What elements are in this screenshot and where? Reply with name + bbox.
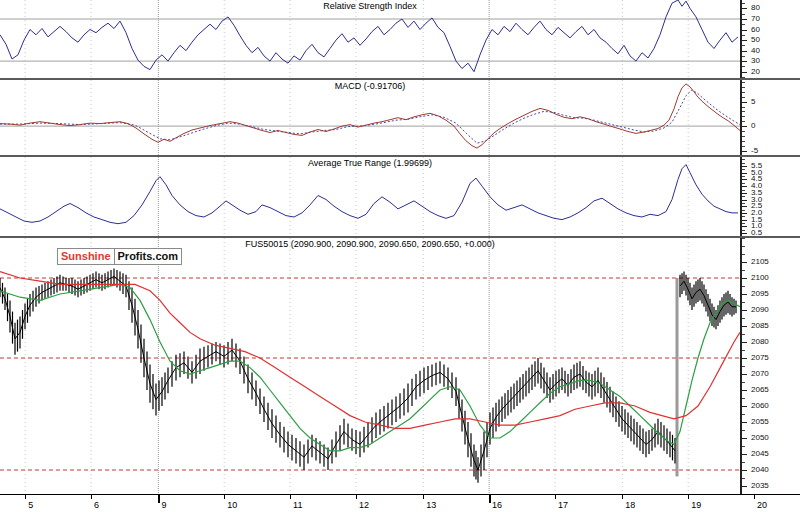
date-label: 9	[161, 500, 166, 510]
axis-tick-label: 50	[751, 36, 760, 44]
axis-tick	[742, 19, 747, 20]
axis-minor-tick	[742, 176, 745, 177]
atr-right-axis: 5.55.04.54.03.53.02.52.01.51.00.5	[740, 157, 800, 236]
axis-tick	[742, 294, 747, 295]
axis-tick	[742, 102, 747, 103]
axis-minor-tick	[742, 302, 745, 303]
axis-minor-tick	[742, 159, 745, 160]
axis-tick-label: 2085	[751, 322, 769, 330]
axis-tick-label: 80	[751, 4, 760, 12]
axis-tick	[742, 200, 747, 201]
price-right-axis: 2105210020952090208520802075207020652060…	[740, 238, 800, 494]
axis-tick	[742, 374, 747, 375]
date-label: 18	[625, 500, 635, 510]
axis-minor-tick	[742, 141, 745, 142]
axis-minor-tick	[742, 24, 745, 25]
axis-tick-label: 2065	[751, 386, 769, 394]
axis-tick	[742, 193, 747, 194]
date-label: 19	[691, 500, 701, 510]
date-tick	[489, 495, 491, 503]
axis-tick-label: -5	[751, 147, 758, 155]
rsi-right-axis: 80706050403020	[740, 0, 800, 78]
axis-minor-tick	[742, 45, 745, 46]
axis-tick	[742, 226, 747, 227]
axis-minor-tick	[742, 203, 745, 204]
axis-minor-tick	[742, 111, 745, 112]
axis-minor-tick	[742, 382, 745, 383]
macd-plot	[0, 80, 740, 155]
axis-minor-tick	[742, 334, 745, 335]
multi-panel-financial-chart: Relative Strength Index 80706050403020 M…	[0, 0, 800, 512]
axis-tick	[742, 72, 747, 73]
axis-tick-label: 2105	[751, 258, 769, 266]
date-label: 6	[94, 500, 99, 510]
date-tick	[91, 495, 92, 499]
date-tick	[158, 495, 160, 503]
axis-minor-tick	[742, 196, 745, 197]
axis-tick	[742, 213, 747, 214]
date-label: 16	[492, 500, 502, 510]
axis-minor-tick	[742, 87, 745, 88]
axis-tick-label: 30	[751, 57, 760, 65]
date-tick	[25, 495, 26, 499]
axis-minor-tick	[742, 35, 745, 36]
date-axis: 569101112131617181920	[0, 494, 800, 512]
axis-tick	[742, 310, 747, 311]
axis-minor-tick	[742, 230, 745, 231]
logo-profits-text: Profits.com	[115, 249, 182, 264]
axis-minor-tick	[742, 478, 745, 479]
rsi-title: Relative Strength Index	[0, 1, 740, 11]
axis-minor-tick	[742, 223, 745, 224]
axis-minor-tick	[742, 318, 745, 319]
axis-minor-tick	[742, 430, 745, 431]
axis-minor-tick	[742, 131, 745, 132]
axis-tick-label: 20	[751, 68, 760, 76]
axis-tick-label: 2100	[751, 274, 769, 282]
date-tick	[356, 495, 357, 499]
axis-tick-label: 60	[751, 26, 760, 34]
axis-tick	[742, 262, 747, 263]
macd-title: MACD (-0.91706)	[0, 81, 740, 91]
date-tick	[555, 495, 556, 499]
axis-tick	[742, 358, 747, 359]
atr-title: Average True Range (1.99699)	[0, 158, 740, 168]
price-plot	[0, 238, 740, 494]
axis-tick	[742, 438, 747, 439]
axis-tick	[742, 206, 747, 207]
axis-tick-label: 5	[751, 98, 755, 106]
axis-tick	[742, 186, 747, 187]
axis-tick-label: 2060	[751, 402, 769, 410]
axis-tick	[742, 406, 747, 407]
axis-tick	[742, 454, 747, 455]
axis-minor-tick	[742, 254, 745, 255]
axis-minor-tick	[742, 82, 745, 83]
axis-tick	[742, 422, 747, 423]
axis-tick-label: 2040	[751, 466, 769, 474]
axis-tick-label: 2080	[751, 338, 769, 346]
axis-minor-tick	[742, 163, 745, 164]
axis-tick	[742, 166, 747, 167]
axis-tick	[742, 126, 747, 127]
price-panel: FUS50015 (2090.900, 2090.900, 2090.650, …	[0, 238, 800, 494]
axis-minor-tick	[742, 77, 745, 78]
sunshineprofits-logo: SunshineProfits.com	[57, 248, 182, 265]
axis-minor-tick	[742, 107, 745, 108]
axis-minor-tick	[742, 121, 745, 122]
macd-panel: MACD (-0.91706) 50-5	[0, 80, 800, 155]
date-label: 12	[359, 500, 369, 510]
axis-minor-tick	[742, 190, 745, 191]
date-label: 11	[293, 500, 302, 510]
axis-minor-tick	[742, 56, 745, 57]
axis-minor-tick	[742, 116, 745, 117]
date-tick	[754, 495, 755, 499]
date-tick	[290, 495, 291, 499]
axis-tick	[742, 173, 747, 174]
axis-tick-label: 40	[751, 47, 760, 55]
axis-tick	[742, 220, 747, 221]
axis-tick-label: 2070	[751, 370, 769, 378]
date-label: 10	[227, 500, 237, 510]
date-label: 17	[558, 500, 568, 510]
axis-tick	[742, 486, 747, 487]
axis-minor-tick	[742, 270, 745, 271]
axis-tick-label: 2090	[751, 306, 769, 314]
